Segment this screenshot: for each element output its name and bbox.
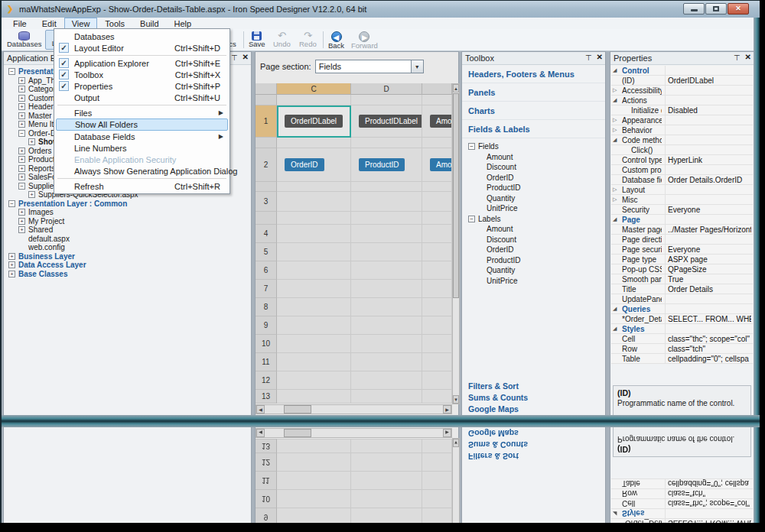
property-row-updatepanel-cus[interactable]: UpdatePanel cus bbox=[611, 294, 753, 304]
forward-button[interactable]: ▶ Forward bbox=[349, 30, 380, 50]
expander-icon[interactable]: + bbox=[18, 209, 25, 216]
grid-row-header-sep[interactable] bbox=[256, 95, 277, 105]
toolbox-item-quantity[interactable]: Quantity bbox=[462, 265, 605, 276]
grid-row-header-4[interactable]: 4 bbox=[256, 225, 277, 243]
toolbox-item-unitprice[interactable]: UnitPrice bbox=[462, 276, 605, 287]
property-row-database-field[interactable]: Database fieldOrder Details.OrderID bbox=[611, 175, 753, 185]
expanded-icon[interactable]: ◢ bbox=[613, 306, 620, 312]
toolbox-item-unitprice[interactable]: UnitPrice bbox=[462, 203, 605, 214]
grid-cell[interactable] bbox=[351, 95, 422, 105]
tree-item-presentation-layer-common[interactable]: −Presentation Layer : Common bbox=[4, 200, 251, 209]
collapsed-icon[interactable]: ▷ bbox=[613, 127, 620, 133]
expanded-icon[interactable]: ◢ bbox=[613, 67, 620, 73]
label-control-orderidlabel[interactable]: OrderIDLabel bbox=[285, 115, 343, 128]
page-section-dropdown[interactable]: Fields bbox=[315, 60, 412, 73]
property-row-initialize-displ[interactable]: Initialize displDisabled bbox=[611, 105, 753, 115]
menu-item-layout-editor[interactable]: ✓Layout EditorCtrl+Shift+D bbox=[56, 42, 228, 54]
property-row-id[interactable]: (ID)OrderIDLabel bbox=[611, 76, 753, 86]
grid-cell[interactable] bbox=[277, 225, 351, 243]
grid-cell[interactable] bbox=[422, 261, 452, 280]
toolbox-item-productid[interactable]: ProductID bbox=[462, 183, 605, 193]
toolbox-category-sums-counts[interactable]: Sums & Counts bbox=[462, 391, 605, 403]
grid-cell[interactable] bbox=[277, 316, 351, 335]
grid-cell[interactable] bbox=[277, 335, 351, 353]
grid-cell[interactable]: Amount bbox=[422, 148, 452, 182]
toolbox-category-fields-labels[interactable]: Fields & Labels bbox=[462, 120, 605, 138]
grid-column-header-c[interactable]: C bbox=[277, 83, 351, 95]
menu-item-toolbox[interactable]: ✓ToolboxCtrl+Shift+X bbox=[56, 69, 228, 80]
toolbox-item-discount[interactable]: Discount bbox=[462, 162, 605, 173]
grid-cell[interactable] bbox=[422, 192, 452, 212]
grid-cell[interactable] bbox=[277, 212, 351, 225]
grid-cell[interactable] bbox=[351, 138, 422, 148]
property-row-queries[interactable]: ◢Queries bbox=[611, 304, 753, 314]
grid-cell[interactable] bbox=[422, 225, 452, 243]
grid-row-header-sep[interactable] bbox=[256, 138, 277, 148]
property-row-page-security[interactable]: Page securityEveryone bbox=[611, 245, 753, 255]
grid-cell[interactable] bbox=[422, 280, 452, 298]
grid-row-header-6[interactable]: 6 bbox=[256, 261, 277, 280]
menu-item-output[interactable]: OutputCtrl+Shift+U bbox=[56, 92, 228, 103]
grid-row-header-2[interactable]: 2 bbox=[256, 148, 277, 182]
field-control-orderid[interactable]: OrderID bbox=[285, 158, 324, 171]
grid-cell[interactable] bbox=[351, 280, 422, 298]
redo-button[interactable]: ↷ Redo bbox=[297, 30, 319, 50]
property-row-control[interactable]: ◢Control bbox=[611, 66, 753, 76]
property-row-page[interactable]: ◢Page bbox=[611, 215, 753, 225]
pin-icon[interactable]: ⊥ bbox=[231, 53, 238, 62]
vertical-scrollbar[interactable]: ▲ ▼ bbox=[452, 83, 460, 404]
grid-cell[interactable] bbox=[422, 335, 452, 353]
expander-icon[interactable]: + bbox=[8, 253, 15, 260]
save-button[interactable]: Save bbox=[246, 30, 268, 50]
toolbox-item-productid[interactable]: ProductID bbox=[462, 255, 605, 266]
grid-cell[interactable] bbox=[277, 390, 351, 404]
grid-cell[interactable]: AmountLabel bbox=[422, 105, 452, 138]
menu-item-properties[interactable]: ✓PropertiesCtrl+Shift+P bbox=[56, 80, 228, 92]
property-row-accessibility[interactable]: ▷Accessibility bbox=[611, 86, 753, 96]
close-button[interactable]: ✕ bbox=[728, 3, 749, 15]
grid-cell[interactable] bbox=[422, 390, 452, 404]
grid-cell[interactable] bbox=[422, 353, 452, 371]
maximize-button[interactable] bbox=[705, 3, 727, 15]
property-row-control-type[interactable]: Control typeHyperLink bbox=[611, 155, 753, 165]
grid-cell[interactable] bbox=[422, 138, 452, 148]
grid-cell[interactable] bbox=[277, 280, 351, 298]
grid-cell[interactable] bbox=[351, 243, 422, 261]
field-control-productid[interactable]: ProductID bbox=[359, 158, 405, 171]
property-row-click[interactable]: Click() bbox=[611, 145, 753, 155]
property-row-behavior[interactable]: ▷Behavior bbox=[611, 125, 753, 135]
tree-item-base-classes[interactable]: +Base Classes bbox=[4, 270, 251, 279]
undo-button[interactable]: ↶ Undo bbox=[271, 30, 293, 50]
grid-cell[interactable] bbox=[277, 182, 351, 192]
menu-build[interactable]: Build bbox=[132, 18, 166, 29]
expanded-icon[interactable]: ◢ bbox=[613, 97, 620, 103]
expander-icon[interactable]: − bbox=[8, 200, 15, 207]
scroll-down-icon[interactable]: ▼ bbox=[453, 395, 459, 404]
expander-icon[interactable]: + bbox=[18, 86, 25, 92]
grid-cell[interactable]: ProductID bbox=[351, 148, 422, 182]
toolbox-category-google-maps[interactable]: Google Maps bbox=[462, 403, 605, 414]
grid-row-header-5[interactable]: 5 bbox=[256, 243, 277, 261]
expanded-icon[interactable]: ◢ bbox=[613, 216, 620, 222]
tree-item-business-layer[interactable]: +Business Layer bbox=[4, 252, 251, 261]
grid-cell[interactable] bbox=[351, 371, 422, 390]
grid-corner-cell[interactable] bbox=[256, 83, 277, 95]
expander-icon[interactable]: + bbox=[18, 156, 25, 163]
expander-icon[interactable]: − bbox=[18, 183, 25, 190]
databases-button[interactable]: Databases bbox=[5, 30, 44, 50]
property-row-custom-propertie[interactable]: Custom propertie bbox=[611, 165, 753, 175]
menu-edit[interactable]: Edit bbox=[34, 18, 64, 29]
grid-cell[interactable] bbox=[351, 225, 422, 243]
grid-cell[interactable] bbox=[277, 371, 351, 390]
close-panel-icon[interactable]: ✕ bbox=[745, 53, 751, 62]
expander-icon[interactable]: + bbox=[18, 112, 25, 119]
menu-item-databases[interactable]: Databases bbox=[56, 31, 228, 42]
grid-cell[interactable] bbox=[277, 353, 351, 371]
menu-help[interactable]: Help bbox=[167, 18, 200, 29]
grid-cell[interactable] bbox=[277, 298, 351, 316]
grid-cell[interactable] bbox=[351, 192, 422, 212]
menu-item-application-explorer[interactable]: ✓Application ExplorerCtrl+Shift+E bbox=[56, 57, 228, 69]
label-control-productidlabel[interactable]: ProductIDLabel bbox=[359, 115, 422, 128]
grid-cell[interactable] bbox=[351, 261, 422, 280]
grid-cell[interactable]: OrderIDLabel bbox=[277, 105, 351, 138]
